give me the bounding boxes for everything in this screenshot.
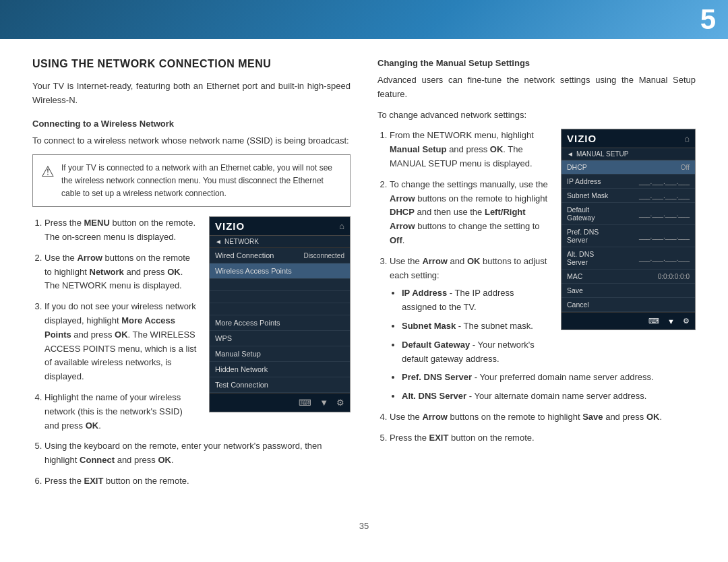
warning-icon: ⚠ [41,163,55,181]
manual-submenu-arrow: ◄ [567,150,574,158]
manual-vizio-logo: VIZIO [567,133,597,144]
manual-down-arrow-icon: ▼ [667,317,675,325]
manual-row-cancel: Cancel [562,298,695,312]
bullet-pref-dns: Pref. DNS Server - Your preferred domain… [402,371,696,385]
step-6: Press the EXIT button on the remote. [44,474,351,489]
manual-row-save: Save [562,284,695,298]
right-column: Changing the Manual Setup Settings Advan… [377,58,696,495]
manual-row-gateway: DefaultGateway ___.___.___.___ [562,203,695,225]
manual-submenu-label: ◄ MANUAL SETUP [562,148,695,160]
connecting-title: Connecting to a Wireless Network [32,119,351,129]
right-step-5: Press the EXIT button on the remote. [390,431,696,445]
manual-row-dhcp: DHCP Off [562,160,695,175]
section-title: USING THE NETWORK CONNECTION MENU [32,58,351,70]
top-bar: 5 [0,0,728,39]
manual-menu-header: VIZIO ⌂ [562,129,695,148]
manual-home-icon: ⌂ [684,133,690,144]
vizio-menu-header: VIZIO ⌂ [210,217,350,236]
menu-row-test-connection: Test Connection [210,377,350,393]
manual-menu-footer: ⌨ ▼ ⚙ [562,312,695,330]
manual-settings-icon: ⚙ [683,317,690,325]
manual-row-subnet: Subnet Mask ___.___.___.___ [562,189,695,203]
manual-row-alt-dns: Alt. DNSServer ___.___.___.___ [562,247,695,270]
down-arrow-icon: ▼ [320,398,328,408]
home-icon: ⌂ [339,221,344,231]
menu-row-hidden-network: Hidden Network [210,362,350,377]
intro-text: Your TV is Internet-ready, featuring bot… [32,80,351,108]
manual-row-mac: MAC 0:0:0:0:0:0 [562,270,695,284]
manual-setup-intro: Advanced users can fine-tune the network… [377,73,696,102]
manual-input-icon: ⌨ [648,317,659,325]
manual-row-pref-dns: Pref. DNSServer ___.___.___.___ [562,225,695,247]
menu-row-manual-setup: Manual Setup [210,346,350,362]
menu-row-wps: WPS [210,331,350,346]
vizio-network-menu: VIZIO ⌂ ◄ NETWORK Wired Connection Disco… [209,216,351,412]
submenu-arrow: ◄ [215,238,222,245]
right-steps-area: VIZIO ⌂ ◄ MANUAL SETUP DHCP Off IP Addre… [377,129,696,451]
page-footer: 35 [0,514,728,542]
network-submenu-label: ◄ NETWORK [210,236,350,248]
chapter-number: 5 [700,5,716,34]
bullet-gateway: Default Gateway - Your network's default… [402,338,696,367]
page-number: 35 [359,521,369,531]
menu-row-wired: Wired Connection Disconnected [210,248,350,263]
step-5: Using the keyboard on the remote, enter … [44,439,351,468]
menu-row-empty3 [210,303,350,315]
main-content: USING THE NETWORK CONNECTION MENU Your T… [0,39,728,514]
connecting-intro: To connect to a wireless network whose n… [32,134,351,148]
change-intro: To change advanced network settings: [377,108,696,123]
right-step-4: Use the Arrow buttons on the remote to h… [390,410,696,425]
menu-row-empty1 [210,279,350,291]
warning-text: If your TV is connected to a network wit… [61,162,342,199]
vizio-logo: VIZIO [215,220,245,232]
manual-row-ip: IP Address ___.___.___.___ [562,175,695,189]
menu-row-wireless-ap: Wireless Access Points [210,263,350,279]
warning-box: ⚠ If your TV is connected to a network w… [32,154,351,207]
vizio-menu-footer: ⌨ ▼ ⚙ [210,393,350,412]
menu-row-more-ap: More Access Points [210,315,350,331]
bullet-alt-dns: Alt. DNS Server - Your alternate domain … [402,389,696,404]
menu-row-empty2 [210,291,350,303]
settings-icon: ⚙ [336,398,344,408]
left-column: USING THE NETWORK CONNECTION MENU Your T… [32,58,351,495]
input-icon: ⌨ [299,398,311,408]
vizio-manual-menu: VIZIO ⌂ ◄ MANUAL SETUP DHCP Off IP Addre… [561,129,696,330]
manual-setup-title: Changing the Manual Setup Settings [377,58,696,68]
